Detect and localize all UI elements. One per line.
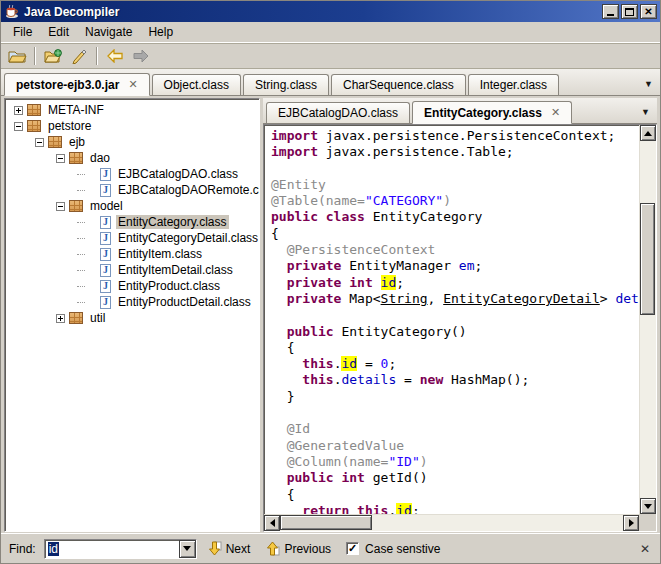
- code-token: ,: [428, 291, 444, 306]
- open-type-button[interactable]: [41, 45, 65, 67]
- horizontal-scroll-thumb[interactable]: [280, 515, 372, 530]
- main-tab-3[interactable]: CharSequence.class: [331, 74, 466, 95]
- find-bar-close-icon[interactable]: ✕: [640, 542, 650, 556]
- open-file-button[interactable]: [5, 45, 29, 67]
- maximize-button[interactable]: [621, 4, 638, 19]
- code-line-15: this.id = 0;: [271, 356, 639, 372]
- tree-item-entitycategorydetail-class[interactable]: JEntityCategoryDetail.class: [7, 230, 259, 246]
- scroll-right-button[interactable]: [623, 515, 639, 531]
- code-token: javax.persistence.PersistenceContext;: [318, 128, 615, 143]
- arrow-left-icon: [270, 519, 275, 527]
- forward-button[interactable]: [129, 45, 153, 67]
- code-token: details: [341, 372, 396, 387]
- collapse-icon[interactable]: [56, 202, 65, 211]
- code-token: [271, 372, 302, 387]
- tree-item-label: META-INF: [46, 103, 106, 117]
- tab-close-icon[interactable]: ✕: [128, 78, 137, 91]
- horizontal-scrollbar[interactable]: [264, 514, 639, 531]
- search-button[interactable]: [67, 45, 91, 67]
- next-arrow-icon: [208, 541, 222, 556]
- code-token: @Entity: [271, 177, 326, 192]
- editor-tab-0[interactable]: EJBCatalogDAO.class: [266, 102, 410, 123]
- tree-connector: [77, 254, 85, 255]
- editor-tab-bar: EJBCatalogDAO.classEntityCategory.class✕…: [263, 98, 657, 124]
- main-tab-2[interactable]: String.class: [243, 74, 329, 95]
- tree-item-petstore[interactable]: petstore: [7, 118, 259, 134]
- collapse-icon[interactable]: [35, 138, 44, 147]
- code-token: @GeneratedValue: [287, 438, 404, 453]
- minimize-button[interactable]: [602, 4, 619, 19]
- tree-item-meta-inf[interactable]: META-INF: [7, 102, 259, 118]
- vertical-scroll-thumb[interactable]: [640, 203, 655, 315]
- menu-file[interactable]: File: [5, 23, 40, 41]
- horizontal-scroll-track[interactable]: [280, 515, 623, 531]
- case-sensitive-checkbox[interactable]: ✓: [346, 542, 359, 555]
- tree-item-dao[interactable]: dao: [7, 150, 259, 166]
- code-token: [271, 275, 287, 290]
- main-tab-0[interactable]: petstore-ejb3.0.jar✕: [4, 73, 150, 96]
- code-token: [271, 242, 287, 257]
- code-token: details: [615, 291, 639, 306]
- expand-icon[interactable]: [14, 106, 23, 115]
- tree-item-ejbcatalogdaoremote-class[interactable]: JEJBCatalogDAORemote.class: [7, 182, 259, 198]
- tree-item-label: EntityCategory.class: [116, 215, 229, 229]
- tab-label: EJBCatalogDAO.class: [278, 106, 398, 120]
- menu-edit[interactable]: Edit: [40, 23, 77, 41]
- editor-tab-1[interactable]: EntityCategory.class✕: [412, 101, 572, 124]
- vertical-scroll-track[interactable]: [640, 141, 656, 498]
- scroll-down-button[interactable]: [640, 498, 656, 514]
- package-icon-glyph: [69, 312, 83, 324]
- titlebar: Java Decompiler ✕: [1, 1, 660, 22]
- code-line-1: import javax.persistence.PersistenceCont…: [271, 128, 639, 144]
- main-tab-1[interactable]: Object.class: [152, 74, 241, 95]
- find-previous-label: Previous: [284, 542, 331, 556]
- code-link[interactable]: EntityCategoryDetail: [443, 291, 600, 306]
- tree-item-entitycategory-class[interactable]: JEntityCategory.class: [7, 214, 259, 230]
- tree-item-entityitem-class[interactable]: JEntityItem.class: [7, 246, 259, 262]
- code-link[interactable]: String: [381, 291, 428, 306]
- code-token: ): [443, 193, 451, 208]
- code-token: EntityManager: [341, 258, 458, 273]
- code-token: private: [287, 275, 342, 290]
- code-line-20: @GeneratedValue: [271, 438, 639, 454]
- close-button[interactable]: ✕: [640, 4, 657, 19]
- code-line-23: {: [271, 487, 639, 503]
- menu-help[interactable]: Help: [140, 23, 181, 41]
- tree-item-entityproductdetail-class[interactable]: JEntityProductDetail.class: [7, 294, 259, 310]
- main-tab-4[interactable]: Integer.class: [468, 74, 559, 95]
- tab-label: Object.class: [164, 78, 229, 92]
- find-dropdown-button[interactable]: [179, 540, 196, 558]
- tree-item-entityitemdetail-class[interactable]: JEntityItemDetail.class: [7, 262, 259, 278]
- package-icon: [69, 312, 83, 324]
- collapse-icon[interactable]: [14, 122, 23, 131]
- tree-item-ejb[interactable]: ejb: [7, 134, 259, 150]
- find-previous-button[interactable]: Previous: [261, 539, 336, 558]
- tree-item-label: ejb: [67, 135, 87, 149]
- tree-item-entityproduct-class[interactable]: JEntityProduct.class: [7, 278, 259, 294]
- tree-item-ejbcatalogdao-class[interactable]: JEJBCatalogDAO.class: [7, 166, 259, 182]
- main-tab-overflow-button[interactable]: ▼: [644, 79, 653, 89]
- vertical-scrollbar[interactable]: [639, 125, 656, 514]
- search-highlight: id: [341, 356, 357, 371]
- expand-icon[interactable]: [56, 314, 65, 323]
- code-line-24: return this.id;: [271, 503, 639, 514]
- find-input[interactable]: id: [45, 540, 179, 558]
- editor-tab-overflow-button[interactable]: ▼: [641, 107, 650, 117]
- tab-close-icon[interactable]: ✕: [551, 106, 560, 119]
- code-token: "ID": [388, 454, 419, 469]
- tree-item-model[interactable]: model: [7, 198, 259, 214]
- scroll-left-button[interactable]: [264, 515, 280, 531]
- scroll-up-button[interactable]: [640, 125, 656, 141]
- menu-navigate[interactable]: Navigate: [77, 23, 140, 41]
- find-next-button[interactable]: Next: [203, 539, 256, 558]
- tree-item-label: EntityItemDetail.class: [116, 263, 235, 277]
- tree-item-label: EJBCatalogDAO.class: [116, 167, 240, 181]
- tree-item-util[interactable]: util: [7, 310, 259, 326]
- code-line-5: @Table(name="CATEGORY"): [271, 193, 639, 209]
- collapse-icon[interactable]: [56, 154, 65, 163]
- code-token: HashMap();: [443, 372, 529, 387]
- package-icon: [48, 136, 62, 148]
- back-button[interactable]: [103, 45, 127, 67]
- tree-item-label: EntityProduct.class: [116, 279, 222, 293]
- code-line-6: public class EntityCategory: [271, 209, 639, 225]
